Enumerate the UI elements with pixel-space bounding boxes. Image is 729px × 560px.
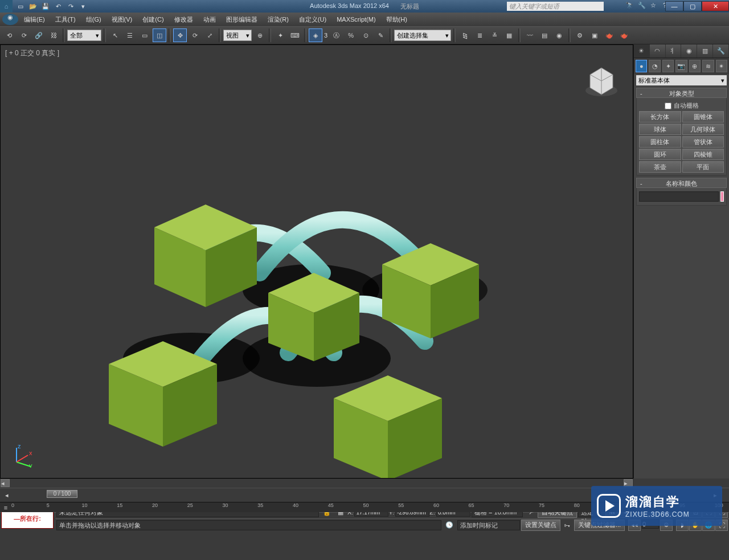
subtab-helpers[interactable]: ⊕ (689, 60, 701, 72)
align-button[interactable]: ≣ (473, 28, 486, 42)
prim-teapot[interactable]: 茶壶 (639, 161, 681, 173)
app-icon[interactable]: ⌂ (0, 0, 13, 13)
snap-toggle-button[interactable]: ◈ (309, 28, 322, 42)
select-and-move-button[interactable]: ✥ (173, 28, 187, 42)
undo-button[interactable]: ⟲ (2, 28, 16, 42)
angle-snap-button[interactable]: Ⓐ (329, 28, 343, 42)
material-editor-button[interactable]: ◉ (552, 28, 566, 42)
menu-create[interactable]: 创建(C) (138, 14, 168, 26)
save-icon[interactable]: 💾 (41, 2, 50, 11)
time-slider-thumb[interactable]: 0 / 100 (47, 490, 77, 498)
named-selection-dropdown[interactable]: 创建选择集 (394, 30, 451, 41)
reference-coord-dropdown[interactable]: 视图 (223, 30, 252, 41)
app-menu-button[interactable]: ◉ (2, 14, 18, 25)
minimize-button[interactable]: — (665, 1, 683, 11)
select-rectangle-button[interactable]: ▭ (138, 28, 151, 42)
select-and-scale-button[interactable]: ⤢ (203, 28, 216, 42)
curve-editor-button[interactable]: 〰 (523, 28, 536, 42)
graphite-button[interactable]: ▦ (502, 28, 516, 42)
menu-animation[interactable]: 动画 (199, 14, 220, 26)
scroll-left-button[interactable]: ◂ (1, 479, 10, 487)
redo-button[interactable]: ⟳ (17, 28, 31, 42)
menu-customize[interactable]: 自定义(U) (294, 14, 331, 26)
setkey-button[interactable]: 设置关键点 (521, 520, 560, 531)
qat-dropdown-icon[interactable]: ▾ (79, 2, 88, 11)
binoculars-icon[interactable]: 🔭 (625, 2, 634, 11)
tab-hierarchy[interactable]: ⺦ (666, 44, 682, 58)
star-icon[interactable]: ☆ (650, 2, 660, 11)
tab-display[interactable]: ▥ (697, 44, 713, 58)
rendered-frame-button[interactable]: ▣ (588, 28, 601, 42)
menu-maxscript[interactable]: MAXScript(M) (332, 14, 380, 24)
menu-rendering[interactable]: 渲染(R) (263, 14, 293, 26)
object-color-swatch[interactable] (720, 191, 724, 202)
viewport-scrollbar-h[interactable]: ◂ ▸ (0, 479, 633, 488)
schematic-view-button[interactable]: ▤ (538, 28, 551, 42)
select-object-button[interactable]: ↖ (108, 28, 122, 42)
object-name-input[interactable] (639, 191, 719, 202)
close-button[interactable]: ✕ (702, 1, 729, 11)
select-and-rotate-button[interactable]: ⟳ (188, 28, 202, 42)
rollout-head-namecolor[interactable]: 名称和颜色 (636, 178, 727, 188)
render-iterative-button[interactable]: 🫖 (617, 28, 631, 42)
add-time-tag[interactable]: 添加时间标记 (457, 520, 520, 530)
prim-tube[interactable]: 管状体 (682, 136, 724, 148)
category-dropdown[interactable]: 标准基本体 (636, 75, 727, 85)
link-button[interactable]: 🔗 (32, 28, 46, 42)
subtab-spacewarps[interactable]: ≋ (702, 60, 714, 72)
viewport[interactable]: [ + 0 正交 0 真实 ] (0, 44, 633, 479)
autogrid-checkbox[interactable] (665, 103, 671, 109)
tab-create[interactable]: ☀ (634, 44, 650, 58)
key-icon[interactable]: 🔧 (638, 2, 647, 11)
undo-icon[interactable]: ↶ (54, 2, 63, 11)
redo-icon[interactable]: ↷ (66, 2, 75, 11)
key-mode-icon[interactable]: 🗝 (560, 518, 574, 532)
menu-edit[interactable]: 编辑(E) (19, 14, 50, 26)
subtab-lights[interactable]: ✦ (662, 60, 674, 72)
maximize-button[interactable]: ▢ (683, 1, 702, 11)
subtab-shapes[interactable]: ◔ (649, 60, 660, 72)
render-production-button[interactable]: 🫖 (603, 28, 616, 42)
search-input[interactable]: 键入关键字或短语 (507, 2, 604, 11)
render-setup-button[interactable]: ⚙ (573, 28, 587, 42)
menu-group[interactable]: 组(G) (81, 14, 106, 26)
timeslider-prev-icon[interactable]: ◂ (0, 488, 14, 502)
prim-pyramid[interactable]: 四棱锥 (682, 149, 724, 160)
layer-manager-button[interactable]: ≚ (488, 28, 501, 42)
selection-filter-dropdown[interactable]: 全部 (67, 30, 101, 41)
trackbar-toggle-icon[interactable]: ≡ (0, 502, 11, 512)
keyboard-shortcut-button[interactable]: ⌨ (288, 28, 302, 42)
menu-views[interactable]: 视图(V) (107, 14, 137, 26)
percent-snap-button[interactable]: % (344, 28, 358, 42)
prim-plane[interactable]: 平面 (682, 161, 724, 173)
tick-10: 10 (81, 502, 87, 508)
subtab-geometry[interactable]: ● (636, 60, 647, 72)
prim-sphere[interactable]: 球体 (639, 124, 681, 135)
tab-motion[interactable]: ◉ (681, 44, 697, 58)
mirror-button[interactable]: ⧎ (458, 28, 472, 42)
select-by-name-button[interactable]: ☰ (123, 28, 137, 42)
new-icon[interactable]: ▭ (16, 2, 25, 11)
menu-grapheditors[interactable]: 图形编辑器 (222, 14, 262, 26)
spinner-snap-button[interactable]: ⊙ (359, 28, 372, 42)
tab-modify[interactable]: ◠ (650, 44, 666, 58)
open-icon[interactable]: 📂 (28, 2, 38, 11)
subtab-cameras[interactable]: 📷 (675, 60, 687, 72)
use-pivot-center-button[interactable]: ⊕ (253, 28, 267, 42)
menu-tools[interactable]: 工具(T) (51, 14, 80, 26)
prim-cone[interactable]: 圆锥体 (682, 111, 724, 122)
window-crossing-button[interactable]: ◫ (153, 28, 166, 42)
prim-cylinder[interactable]: 圆柱体 (639, 136, 681, 148)
prim-box[interactable]: 长方体 (639, 111, 681, 122)
rollout-head-objtype[interactable]: 对象类型 (636, 88, 727, 98)
menu-help[interactable]: 帮助(H) (382, 14, 412, 26)
select-and-manipulate-button[interactable]: ✦ (273, 28, 287, 42)
edit-named-selection-button[interactable]: ✎ (374, 28, 387, 42)
prim-geosphere[interactable]: 几何球体 (682, 124, 724, 135)
tab-utilities[interactable]: 🔧 (713, 44, 729, 58)
time-tag-icon[interactable]: 🕓 (443, 518, 456, 532)
menu-modifiers[interactable]: 修改器 (170, 14, 198, 26)
subtab-systems[interactable]: ✴ (716, 60, 727, 72)
prim-torus[interactable]: 圆环 (639, 149, 681, 160)
unlink-button[interactable]: ⛓ (47, 28, 60, 42)
